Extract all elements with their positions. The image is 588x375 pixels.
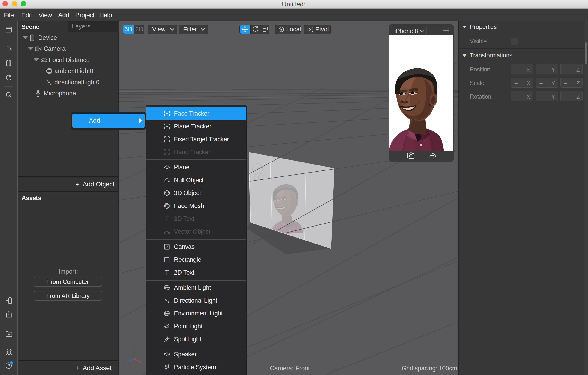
svg-text:?: ? (8, 363, 10, 368)
svg-text:0: 0 (164, 179, 166, 183)
